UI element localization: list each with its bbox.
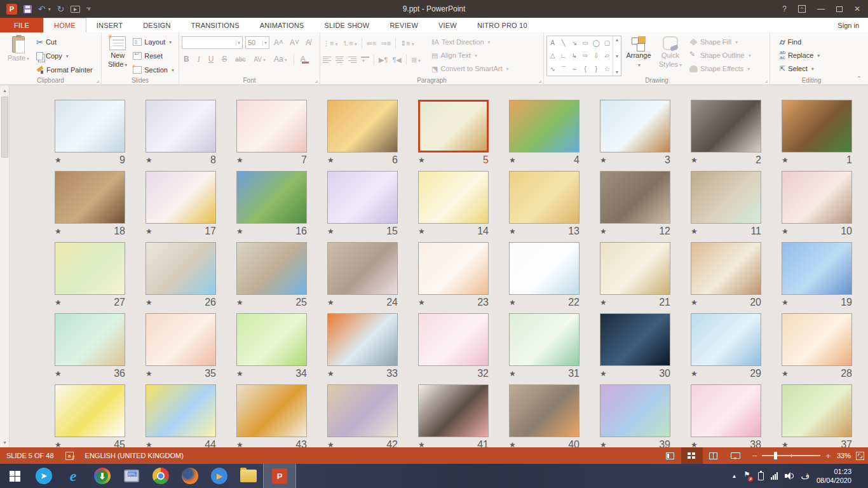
right-to-left-icon[interactable]: ¶◀ bbox=[392, 56, 401, 64]
animation-star-icon[interactable]: ★ bbox=[327, 156, 334, 165]
language-indicator[interactable]: ENGLISH (UNITED KINGDOM) bbox=[85, 452, 184, 459]
animation-star-icon[interactable]: ★ bbox=[418, 227, 425, 236]
format-painter-button[interactable]: Format Painter bbox=[34, 64, 95, 76]
shape-effects-button[interactable]: Shape Effects bbox=[688, 62, 753, 75]
network-signal-icon[interactable] bbox=[771, 472, 778, 480]
tab-nitro-pro[interactable]: NITRO PRO 10 bbox=[467, 18, 538, 32]
animation-star-icon[interactable]: ★ bbox=[782, 369, 789, 378]
slide-thumbnail-1[interactable] bbox=[782, 100, 852, 152]
animation-star-icon[interactable]: ★ bbox=[146, 369, 153, 378]
animation-star-icon[interactable]: ★ bbox=[509, 227, 516, 236]
tab-design[interactable]: DESIGN bbox=[133, 18, 180, 32]
animation-star-icon[interactable]: ★ bbox=[55, 369, 62, 378]
font-color-button[interactable]: A bbox=[299, 55, 308, 64]
animation-star-icon[interactable]: ★ bbox=[327, 227, 334, 236]
taskbar-internet-explorer-button[interactable]: e bbox=[58, 464, 88, 488]
slide-thumbnail-3[interactable] bbox=[600, 100, 670, 152]
tab-transitions[interactable]: TRANSITIONS bbox=[181, 18, 250, 32]
tab-home[interactable]: HOME bbox=[43, 18, 86, 32]
replace-button[interactable]: abacReplace bbox=[778, 49, 822, 62]
shapes-more-icon[interactable]: ▼ bbox=[615, 70, 620, 74]
animation-star-icon[interactable]: ★ bbox=[600, 298, 607, 307]
paste-button[interactable]: Paste bbox=[3, 34, 34, 63]
tab-insert[interactable]: INSERT bbox=[86, 18, 133, 32]
slide-thumbnail-2[interactable] bbox=[691, 100, 761, 152]
animation-star-icon[interactable]: ★ bbox=[691, 369, 698, 378]
text-direction-button[interactable]: ‖AText Direction bbox=[430, 36, 511, 48]
slide-thumbnail-19[interactable] bbox=[782, 242, 852, 295]
taskbar-remote-desktop-button[interactable] bbox=[117, 464, 146, 488]
columns-icon[interactable]: ≣ bbox=[411, 56, 421, 64]
taskbar-telegram-button[interactable]: ➤ bbox=[29, 464, 58, 488]
slide-thumbnail-6[interactable] bbox=[327, 100, 398, 152]
shape-icon-4[interactable]: ◯ bbox=[593, 39, 600, 46]
animation-star-icon[interactable]: ★ bbox=[236, 156, 243, 165]
powerpoint-app-icon[interactable]: P bbox=[6, 4, 17, 15]
drawing-dialog-launcher-icon[interactable]: ⌟ bbox=[765, 77, 768, 83]
start-slideshow-icon[interactable] bbox=[71, 6, 80, 13]
line-spacing-icon[interactable]: ⇕≡ bbox=[400, 39, 414, 48]
zoom-in-icon[interactable]: + bbox=[825, 451, 831, 461]
taskbar-idm-button[interactable]: ⬇ bbox=[88, 464, 117, 488]
slide-thumbnail-35[interactable] bbox=[146, 313, 216, 366]
slide-thumbnail-29[interactable] bbox=[691, 313, 761, 366]
text-shadow-button[interactable]: abc bbox=[233, 56, 247, 63]
slide-thumbnail-10[interactable] bbox=[782, 171, 852, 224]
shape-icon-6[interactable]: △ bbox=[550, 52, 555, 59]
zoom-percentage[interactable]: 33% bbox=[837, 452, 851, 459]
collapse-ribbon-icon[interactable]: ⌃ bbox=[857, 75, 862, 82]
shape-icon-2[interactable]: ↘ bbox=[572, 39, 577, 46]
animation-star-icon[interactable]: ★ bbox=[236, 227, 243, 236]
new-slide-button[interactable]: New Slide bbox=[104, 34, 131, 69]
font-dialog-launcher-icon[interactable]: ⌟ bbox=[315, 77, 318, 83]
minimize-icon[interactable]: — bbox=[817, 4, 825, 13]
strikethrough-button[interactable]: S bbox=[220, 55, 229, 64]
shape-icon-5[interactable]: ▢ bbox=[604, 39, 610, 46]
animation-star-icon[interactable]: ★ bbox=[509, 298, 516, 307]
shape-icon-11[interactable]: ▱ bbox=[605, 52, 610, 59]
numbering-icon[interactable]: ⒈≡ bbox=[342, 39, 356, 48]
increase-font-size-icon[interactable]: A˄ bbox=[272, 38, 285, 47]
shapes-scroll-up-icon[interactable]: ▲ bbox=[615, 37, 620, 42]
zoom-out-icon[interactable]: − bbox=[752, 451, 757, 461]
decrease-indent-icon[interactable]: ⇐≡ bbox=[367, 39, 377, 48]
slide-thumbnail-13[interactable] bbox=[509, 171, 580, 224]
slide-thumbnail-22[interactable] bbox=[509, 242, 580, 295]
taskbar-clock[interactable]: 01:23 08/04/2020 bbox=[817, 467, 851, 485]
italic-button[interactable]: I bbox=[196, 55, 202, 64]
animation-star-icon[interactable]: ★ bbox=[782, 156, 789, 165]
slide-thumbnail-42[interactable] bbox=[327, 384, 398, 437]
font-name-combo[interactable]: ▾ bbox=[182, 36, 243, 49]
slide-thumbnail-33[interactable] bbox=[327, 313, 398, 366]
tab-file[interactable]: FILE bbox=[0, 18, 43, 32]
slide-thumbnail-44[interactable] bbox=[146, 384, 216, 437]
shape-icon-15[interactable]: { bbox=[584, 65, 586, 72]
redo-icon[interactable]: ↻ bbox=[57, 4, 65, 13]
action-center-flag-icon[interactable] bbox=[743, 472, 751, 480]
left-to-right-icon[interactable]: ▶¶ bbox=[379, 56, 388, 64]
slideshow-view-button[interactable] bbox=[724, 447, 746, 464]
scrollbar-thumb[interactable] bbox=[1, 97, 8, 158]
animation-star-icon[interactable]: ★ bbox=[418, 298, 425, 307]
animation-star-icon[interactable]: ★ bbox=[55, 298, 62, 307]
animation-star-icon[interactable]: ★ bbox=[691, 227, 698, 236]
slide-thumbnail-37[interactable] bbox=[782, 384, 852, 437]
zoom-slider-thumb[interactable] bbox=[774, 452, 777, 459]
slide-thumbnail-30[interactable] bbox=[600, 313, 670, 366]
animation-star-icon[interactable]: ★ bbox=[691, 156, 698, 165]
underline-button[interactable]: U bbox=[207, 55, 216, 64]
slide-thumbnail-11[interactable] bbox=[691, 171, 761, 224]
sign-in-link[interactable]: Sign in bbox=[837, 18, 868, 32]
shape-icon-3[interactable]: ▭ bbox=[582, 39, 588, 46]
shape-icon-14[interactable]: ∼ bbox=[572, 65, 577, 72]
reading-view-button[interactable] bbox=[703, 447, 724, 464]
shape-icon-8[interactable]: ↳ bbox=[572, 52, 577, 59]
font-size-dropdown-icon[interactable]: ▾ bbox=[262, 40, 267, 46]
slide-thumbnail-41[interactable] bbox=[418, 384, 489, 437]
volume-icon[interactable] bbox=[785, 472, 794, 480]
character-spacing-button[interactable]: AV bbox=[252, 56, 268, 63]
slide-thumbnail-21[interactable] bbox=[600, 242, 670, 295]
save-icon[interactable] bbox=[24, 5, 32, 13]
shape-icon-17[interactable]: ☆ bbox=[604, 65, 610, 72]
slide-thumbnail-40[interactable] bbox=[509, 384, 580, 437]
